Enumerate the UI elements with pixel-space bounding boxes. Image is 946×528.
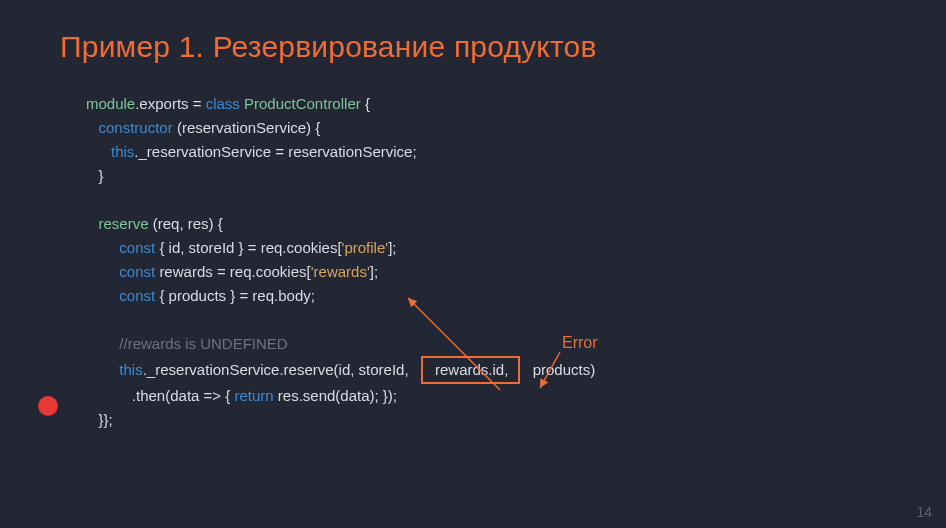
code-token: products) <box>533 361 596 378</box>
error-label: Error <box>562 334 598 352</box>
breakpoint-dot-icon <box>38 396 58 416</box>
code-token: .then(data => { <box>132 387 235 404</box>
code-token: (reservationService) { <box>177 119 320 136</box>
code-token: res.send(data); }); <box>278 387 397 404</box>
code-token: }}; <box>99 411 113 428</box>
code-token: { <box>361 95 370 112</box>
code-token: { id, storeId } = req.cookies[ <box>159 239 341 256</box>
code-block: module.exports = class ProductController… <box>86 92 886 432</box>
code-token: 'profile' <box>342 239 389 256</box>
code-token: return <box>234 387 277 404</box>
code-token: rewards = req.cookies[ <box>159 263 310 280</box>
code-token: ]; <box>388 239 396 256</box>
code-token: 'rewards' <box>311 263 370 280</box>
code-token: ._reservationService = reservationServic… <box>134 143 416 160</box>
code-token: module <box>86 95 135 112</box>
code-comment: //rewards is UNDEFINED <box>119 335 287 352</box>
error-highlight-box: rewards.id, <box>421 356 520 384</box>
code-token: (req, res) { <box>153 215 223 232</box>
code-token: reserve <box>99 215 153 232</box>
code-token: .exports = <box>135 95 205 112</box>
slide: Пример 1. Резервирование продуктов modul… <box>0 0 946 528</box>
code-token: const <box>119 287 159 304</box>
code-token: ProductController <box>244 95 361 112</box>
code-token: const <box>119 263 159 280</box>
code-token: this <box>119 361 142 378</box>
code-token: } <box>99 167 104 184</box>
code-token: this <box>111 143 134 160</box>
code-token: ]; <box>370 263 378 280</box>
page-number: 14 <box>916 504 932 520</box>
slide-title: Пример 1. Резервирование продуктов <box>60 30 886 64</box>
code-token: const <box>119 239 159 256</box>
code-token: ._reservationService.reserve(id, storeId… <box>143 361 409 378</box>
code-token: class <box>206 95 244 112</box>
code-token: { products } = req.body; <box>159 287 315 304</box>
code-token: constructor <box>99 119 177 136</box>
